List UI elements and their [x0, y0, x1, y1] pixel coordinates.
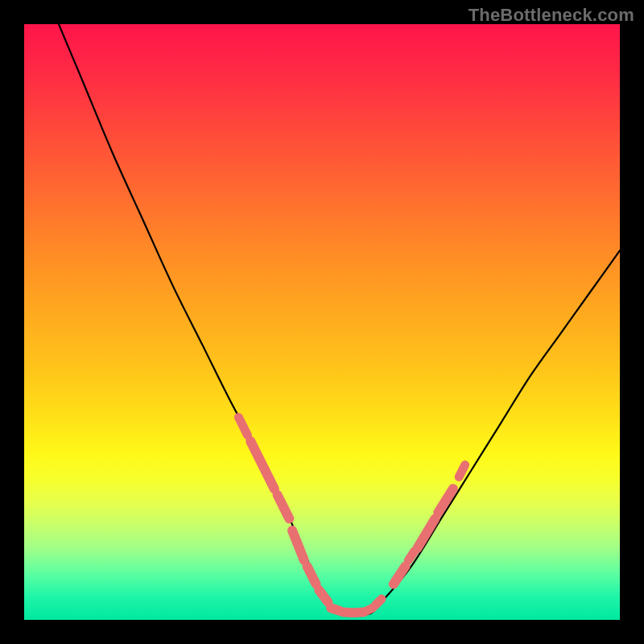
marker-pill	[278, 495, 290, 519]
marker-pill	[238, 417, 247, 435]
chart-frame: TheBottleneck.com	[0, 0, 644, 644]
marker-pill	[250, 441, 275, 489]
watermark-text: TheBottleneck.com	[469, 5, 634, 26]
marker-pill	[438, 489, 453, 513]
marker-pill	[394, 566, 406, 584]
plot-area	[24, 24, 620, 620]
marker-segments	[238, 417, 464, 613]
curve-layer	[24, 24, 620, 620]
marker-pill	[459, 465, 464, 477]
marker-pill	[376, 599, 382, 605]
marker-pill	[319, 590, 328, 602]
marker-pill	[355, 612, 364, 613]
marker-pill	[408, 551, 414, 560]
marker-pill	[308, 566, 316, 584]
bottleneck-curve	[24, 0, 620, 615]
marker-pill	[292, 530, 304, 560]
marker-pill	[367, 608, 373, 611]
